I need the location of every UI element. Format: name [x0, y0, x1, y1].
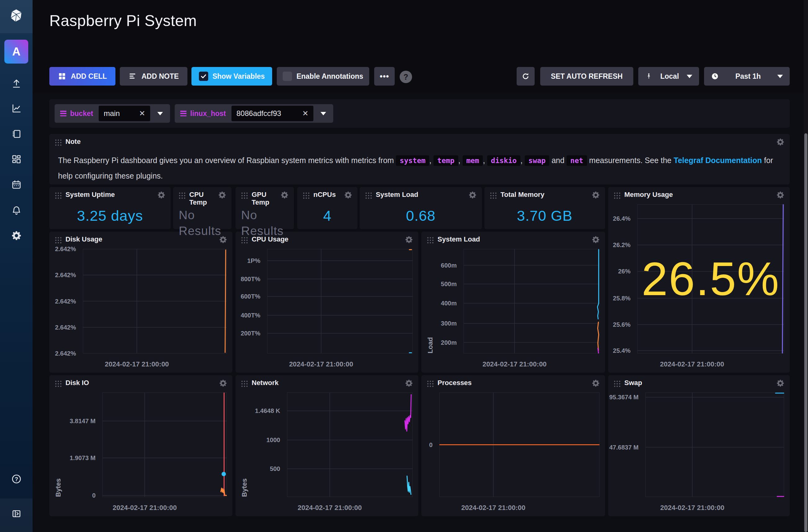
drag-handle-icon[interactable] [54, 191, 62, 200]
clear-icon[interactable]: ✕ [139, 109, 145, 118]
add-cell-button[interactable]: ADD CELL [49, 67, 115, 86]
variable-bucket-caret[interactable] [150, 104, 170, 123]
notebooks-icon[interactable] [11, 128, 22, 139]
time-range-dropdown[interactable]: Past 1h [704, 67, 790, 86]
code-chip: system [396, 155, 429, 166]
timezone-dropdown[interactable]: Local [638, 67, 699, 86]
settings-gear-icon[interactable] [11, 230, 22, 241]
refresh-icon [521, 72, 530, 81]
drag-handle-icon[interactable] [302, 191, 310, 200]
expand-sidebar-icon[interactable] [11, 508, 22, 519]
stat-value: 0.68 [363, 204, 479, 227]
drag-handle-icon[interactable] [240, 379, 248, 387]
variable-host-value: 8086adfccf93 [236, 109, 298, 118]
note-text-part: The Raspberry Pi dashboard gives you an … [58, 156, 394, 165]
data-explorer-icon[interactable] [11, 103, 22, 114]
memory-usage-chart[interactable]: 26.4%26.2%26%25.8%25.6%25.4%26.5%2024-02… [613, 204, 784, 369]
gear-icon[interactable] [776, 138, 785, 146]
show-variables-toggle[interactable]: Show Variables [191, 67, 272, 86]
gear-icon[interactable] [405, 379, 413, 387]
network-cell: Network Bytes1.4648 K10005002024-02-17 2… [236, 375, 418, 516]
cell-title: Note [66, 138, 772, 146]
drag-handle-icon[interactable] [426, 236, 434, 244]
check-icon [200, 73, 207, 79]
set-auto-refresh-label: SET AUTO REFRESH [551, 72, 622, 81]
variable-host-caret[interactable] [313, 104, 333, 123]
ncpus-cell: nCPUs 4 [297, 187, 357, 229]
upload-icon[interactable] [11, 78, 22, 89]
gear-icon[interactable] [344, 191, 352, 200]
drag-handle-icon[interactable] [240, 191, 248, 200]
more-options-button[interactable]: ••• [374, 67, 395, 86]
telegraf-documentation-link[interactable]: Telegraf Documentation [674, 156, 762, 165]
variable-bucket-label-group: bucket [55, 104, 99, 123]
variable-host-value-box[interactable]: 8086adfccf93 ✕ [232, 106, 313, 121]
system-load-chart[interactable]: Load600m500m400m300m200m2024-02-17 21:00… [426, 249, 600, 369]
total-memory-cell: Total Memory 3.70 GB [484, 187, 605, 229]
processes-cell: Processes 02024-02-17 21:00:00 [421, 375, 605, 516]
influxdb-logo-icon[interactable] [8, 8, 24, 25]
cpu-usage-chart[interactable]: 1P%800T%600T%400T%200T%2024-02-17 21:00:… [240, 249, 413, 369]
gear-icon[interactable] [776, 191, 785, 200]
drag-handle-icon[interactable] [54, 379, 62, 387]
gear-icon[interactable] [776, 379, 785, 387]
gear-icon[interactable] [219, 379, 227, 387]
chevron-down-icon [320, 112, 326, 115]
no-results-text: No Results [239, 204, 291, 227]
avatar[interactable]: A [4, 40, 28, 63]
gear-icon[interactable] [591, 191, 600, 200]
help-circle-button[interactable]: ? [400, 71, 412, 83]
drag-handle-icon[interactable] [613, 191, 621, 200]
enable-annotations-checkbox[interactable] [283, 72, 292, 81]
drag-handle-icon[interactable] [426, 379, 434, 387]
network-chart[interactable]: Bytes1.4648 K10005002024-02-17 21:00:00 [240, 393, 413, 513]
refresh-button[interactable] [517, 67, 535, 86]
system-load-cell: System Load Load600m500m400m300m200m2024… [421, 232, 605, 373]
cell-title: Swap [624, 379, 772, 386]
drag-handle-icon[interactable] [54, 236, 62, 244]
drag-handle-icon[interactable] [365, 191, 372, 200]
scrollbar-track [804, 0, 808, 532]
help-icon[interactable] [11, 473, 22, 484]
note-text-part: and [551, 156, 565, 165]
add-note-label: ADD NOTE [142, 72, 179, 81]
disk-io-chart[interactable]: Bytes3.8147 M1.9073 M02024-02-17 21:00:0… [54, 393, 227, 513]
clear-icon[interactable]: ✕ [302, 109, 308, 118]
show-variables-label: Show Variables [213, 72, 265, 81]
stat-value: 3.70 GB [488, 204, 602, 227]
memory-usage-cell: Memory Usage 26.4%26.2%26%25.8%25.6%25.4… [608, 187, 790, 373]
cell-title: Disk IO [66, 379, 215, 386]
swap-chart[interactable]: 95.3674 M47.6837 M2024-02-17 21:00:00 [613, 393, 784, 513]
cell-title: Processes [438, 379, 588, 386]
variables-panel: bucket main ✕ linux_host 8086adfccf93 ✕ [49, 99, 790, 128]
drag-handle-icon[interactable] [613, 379, 621, 387]
enable-annotations-toggle[interactable]: Enable Annotations [277, 67, 369, 86]
show-variables-checkbox[interactable] [199, 72, 208, 81]
variable-bucket-value-box[interactable]: main ✕ [99, 106, 150, 121]
variable-icon [60, 111, 67, 116]
processes-chart[interactable]: 02024-02-17 21:00:00 [426, 393, 600, 513]
alerts-bell-icon[interactable] [11, 205, 22, 216]
gear-icon[interactable] [468, 191, 477, 200]
scrollbar-thumb[interactable] [804, 133, 807, 532]
disk-usage-chart[interactable]: 2.642%2.642%2.642%2.642%2.642%2024-02-17… [54, 249, 227, 369]
gear-icon[interactable] [591, 235, 600, 244]
gear-icon[interactable] [280, 191, 289, 200]
drag-handle-icon[interactable] [489, 191, 497, 200]
gear-icon[interactable] [591, 379, 600, 387]
tasks-calendar-icon[interactable] [11, 179, 22, 190]
dashboards-icon[interactable] [11, 154, 22, 165]
set-auto-refresh-button[interactable]: SET AUTO REFRESH [540, 67, 633, 86]
drag-handle-icon[interactable] [178, 191, 186, 200]
variable-host-dropdown[interactable]: linux_host 8086adfccf93 ✕ [175, 104, 333, 123]
chevron-down-icon [687, 75, 692, 78]
cell-title: System Load [438, 235, 588, 243]
variable-bucket-dropdown[interactable]: bucket main ✕ [55, 104, 170, 123]
gear-icon[interactable] [405, 235, 413, 244]
gear-icon[interactable] [157, 191, 166, 200]
gear-icon[interactable] [218, 191, 226, 200]
add-note-button[interactable]: ADD NOTE [120, 67, 187, 86]
note-text-part: measurements. See the [589, 156, 672, 165]
drag-handle-icon[interactable] [54, 138, 62, 146]
enable-annotations-label: Enable Annotations [296, 72, 363, 81]
